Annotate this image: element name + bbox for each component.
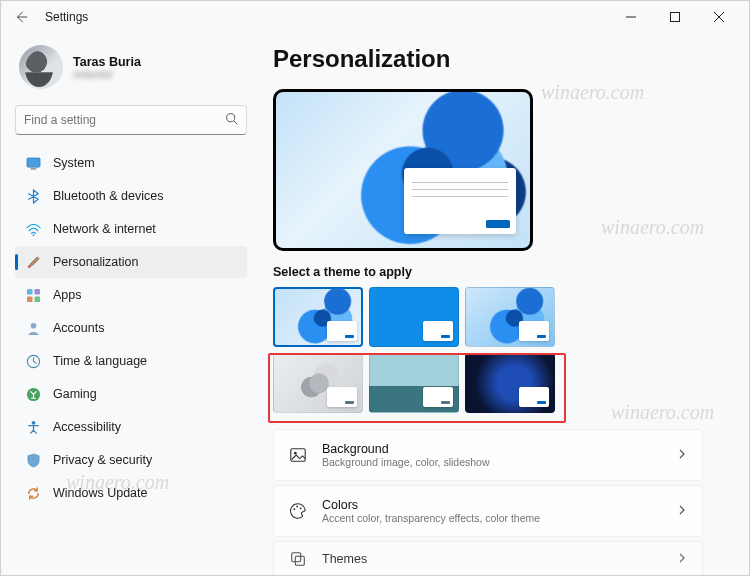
accounts-icon	[25, 320, 41, 336]
nav-label: Network & internet	[53, 222, 156, 236]
sidebar: Taras Buria redacted System Bluetooth & …	[15, 33, 253, 575]
nav-label: System	[53, 156, 95, 170]
minimize-button[interactable]	[609, 3, 653, 31]
theme-section-label: Select a theme to apply	[273, 265, 735, 279]
apps-icon	[25, 287, 41, 303]
svg-rect-7	[34, 288, 40, 294]
theme-option-6[interactable]	[465, 353, 555, 413]
main-content: Personalization Select a theme to apply	[253, 33, 735, 575]
nav-apps[interactable]: Apps	[15, 279, 247, 311]
themes-icon	[288, 549, 308, 569]
window-title: Settings	[45, 10, 88, 24]
maximize-button[interactable]	[653, 3, 697, 31]
svg-point-17	[296, 506, 298, 508]
nav-accounts[interactable]: Accounts	[15, 312, 247, 344]
search-input[interactable]	[24, 113, 225, 127]
theme-option-5[interactable]	[369, 353, 459, 413]
svg-rect-14	[291, 449, 305, 462]
row-subtitle: Background image, color, slideshow	[322, 456, 676, 468]
update-icon	[25, 485, 41, 501]
svg-point-4	[32, 234, 34, 236]
wifi-icon	[25, 221, 41, 237]
preview-window	[404, 168, 516, 234]
row-title: Themes	[322, 552, 676, 566]
theme-option-4[interactable]	[273, 353, 363, 413]
svg-point-5	[27, 265, 30, 268]
svg-rect-20	[295, 556, 304, 565]
nav-label: Time & language	[53, 354, 147, 368]
gaming-icon	[25, 386, 41, 402]
bluetooth-icon	[25, 188, 41, 204]
svg-rect-2	[26, 157, 39, 166]
svg-rect-0	[671, 13, 680, 22]
svg-point-16	[294, 508, 296, 510]
nav-gaming[interactable]: Gaming	[15, 378, 247, 410]
nav-update[interactable]: Windows Update	[15, 477, 247, 509]
row-title: Colors	[322, 498, 676, 512]
nav-privacy[interactable]: Privacy & security	[15, 444, 247, 476]
profile-section[interactable]: Taras Buria redacted	[15, 33, 247, 103]
nav-label: Accessibility	[53, 420, 121, 434]
row-title: Background	[322, 442, 676, 456]
close-button[interactable]	[697, 3, 741, 31]
theme-option-1[interactable]	[273, 287, 363, 347]
chevron-right-icon	[676, 446, 688, 464]
svg-rect-19	[292, 553, 301, 562]
nav-label: Accounts	[53, 321, 104, 335]
settings-row-themes[interactable]: Themes	[273, 541, 703, 575]
settings-row-colors[interactable]: Colors Accent color, transparency effect…	[273, 485, 703, 537]
search-box[interactable]	[15, 105, 247, 135]
profile-email: redacted	[73, 69, 141, 80]
shield-icon	[25, 452, 41, 468]
nav-label: Bluetooth & devices	[53, 189, 164, 203]
theme-option-2[interactable]	[369, 287, 459, 347]
nav-personalization[interactable]: Personalization	[15, 246, 247, 278]
nav-time[interactable]: Time & language	[15, 345, 247, 377]
svg-point-10	[30, 322, 36, 328]
clock-icon	[25, 353, 41, 369]
system-icon	[25, 155, 41, 171]
nav-bluetooth[interactable]: Bluetooth & devices	[15, 180, 247, 212]
nav-label: Gaming	[53, 387, 97, 401]
nav-accessibility[interactable]: Accessibility	[15, 411, 247, 443]
svg-point-18	[300, 507, 302, 509]
theme-option-3[interactable]	[465, 287, 555, 347]
palette-icon	[288, 501, 308, 521]
nav-system[interactable]: System	[15, 147, 247, 179]
svg-point-1	[227, 114, 235, 122]
row-subtitle: Accent color, transparency effects, colo…	[322, 512, 676, 524]
nav-label: Apps	[53, 288, 82, 302]
profile-name: Taras Buria	[73, 55, 141, 69]
svg-rect-3	[30, 168, 36, 169]
titlebar: Settings	[1, 1, 749, 33]
svg-point-13	[31, 420, 35, 424]
accessibility-icon	[25, 419, 41, 435]
settings-row-background[interactable]: Background Background image, color, slid…	[273, 429, 703, 481]
chevron-right-icon	[676, 550, 688, 568]
nav-label: Personalization	[53, 255, 138, 269]
page-title: Personalization	[273, 45, 735, 73]
search-icon	[225, 111, 238, 129]
picture-icon	[288, 445, 308, 465]
avatar	[19, 45, 63, 89]
svg-rect-8	[26, 296, 32, 302]
nav-label: Privacy & security	[53, 453, 152, 467]
settings-window: Settings Taras Buria redacted	[0, 0, 750, 576]
paintbrush-icon	[25, 254, 41, 270]
chevron-right-icon	[676, 502, 688, 520]
svg-rect-6	[26, 288, 32, 294]
nav-network[interactable]: Network & internet	[15, 213, 247, 245]
svg-rect-9	[34, 296, 40, 302]
nav-label: Windows Update	[53, 486, 148, 500]
desktop-preview	[273, 89, 533, 251]
theme-grid	[273, 287, 555, 413]
svg-point-15	[294, 452, 297, 455]
back-button[interactable]	[9, 5, 33, 29]
